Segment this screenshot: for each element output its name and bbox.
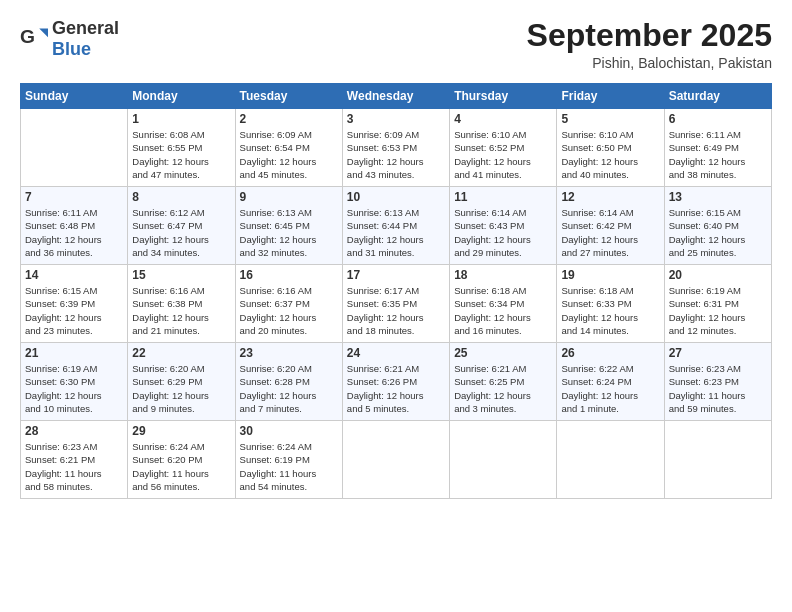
cell-w3-d2: 16Sunrise: 6:16 AM Sunset: 6:37 PM Dayli…: [235, 265, 342, 343]
day-number: 10: [347, 190, 445, 204]
day-number: 20: [669, 268, 767, 282]
cell-w2-d3: 10Sunrise: 6:13 AM Sunset: 6:44 PM Dayli…: [342, 187, 449, 265]
day-info: Sunrise: 6:14 AM Sunset: 6:42 PM Dayligh…: [561, 206, 659, 259]
day-number: 7: [25, 190, 123, 204]
col-header-tuesday: Tuesday: [235, 84, 342, 109]
week-row-1: 1Sunrise: 6:08 AM Sunset: 6:55 PM Daylig…: [21, 109, 772, 187]
svg-text:G: G: [20, 26, 35, 47]
cell-w2-d6: 13Sunrise: 6:15 AM Sunset: 6:40 PM Dayli…: [664, 187, 771, 265]
col-header-monday: Monday: [128, 84, 235, 109]
cell-w5-d4: [450, 421, 557, 499]
day-info: Sunrise: 6:20 AM Sunset: 6:28 PM Dayligh…: [240, 362, 338, 415]
day-number: 27: [669, 346, 767, 360]
col-header-sunday: Sunday: [21, 84, 128, 109]
cell-w4-d0: 21Sunrise: 6:19 AM Sunset: 6:30 PM Dayli…: [21, 343, 128, 421]
page: G General Blue September 2025 Pishin, Ba…: [0, 0, 792, 612]
day-number: 28: [25, 424, 123, 438]
day-number: 5: [561, 112, 659, 126]
day-info: Sunrise: 6:09 AM Sunset: 6:53 PM Dayligh…: [347, 128, 445, 181]
day-number: 1: [132, 112, 230, 126]
header-row: SundayMondayTuesdayWednesdayThursdayFrid…: [21, 84, 772, 109]
day-number: 4: [454, 112, 552, 126]
cell-w5-d1: 29Sunrise: 6:24 AM Sunset: 6:20 PM Dayli…: [128, 421, 235, 499]
cell-w3-d5: 19Sunrise: 6:18 AM Sunset: 6:33 PM Dayli…: [557, 265, 664, 343]
day-info: Sunrise: 6:21 AM Sunset: 6:26 PM Dayligh…: [347, 362, 445, 415]
day-info: Sunrise: 6:20 AM Sunset: 6:29 PM Dayligh…: [132, 362, 230, 415]
day-info: Sunrise: 6:10 AM Sunset: 6:52 PM Dayligh…: [454, 128, 552, 181]
logo-text-blue: Blue: [52, 39, 91, 59]
day-info: Sunrise: 6:19 AM Sunset: 6:30 PM Dayligh…: [25, 362, 123, 415]
logo: G General Blue: [20, 18, 119, 60]
day-info: Sunrise: 6:18 AM Sunset: 6:34 PM Dayligh…: [454, 284, 552, 337]
day-number: 9: [240, 190, 338, 204]
cell-w5-d6: [664, 421, 771, 499]
header: G General Blue September 2025 Pishin, Ba…: [20, 18, 772, 71]
logo-icon: G: [20, 25, 48, 53]
day-number: 21: [25, 346, 123, 360]
week-row-3: 14Sunrise: 6:15 AM Sunset: 6:39 PM Dayli…: [21, 265, 772, 343]
day-info: Sunrise: 6:22 AM Sunset: 6:24 PM Dayligh…: [561, 362, 659, 415]
cell-w3-d3: 17Sunrise: 6:17 AM Sunset: 6:35 PM Dayli…: [342, 265, 449, 343]
day-info: Sunrise: 6:14 AM Sunset: 6:43 PM Dayligh…: [454, 206, 552, 259]
day-info: Sunrise: 6:24 AM Sunset: 6:20 PM Dayligh…: [132, 440, 230, 493]
day-info: Sunrise: 6:18 AM Sunset: 6:33 PM Dayligh…: [561, 284, 659, 337]
day-number: 17: [347, 268, 445, 282]
day-info: Sunrise: 6:15 AM Sunset: 6:40 PM Dayligh…: [669, 206, 767, 259]
day-number: 6: [669, 112, 767, 126]
day-info: Sunrise: 6:10 AM Sunset: 6:50 PM Dayligh…: [561, 128, 659, 181]
day-number: 19: [561, 268, 659, 282]
day-info: Sunrise: 6:13 AM Sunset: 6:45 PM Dayligh…: [240, 206, 338, 259]
cell-w4-d4: 25Sunrise: 6:21 AM Sunset: 6:25 PM Dayli…: [450, 343, 557, 421]
day-info: Sunrise: 6:09 AM Sunset: 6:54 PM Dayligh…: [240, 128, 338, 181]
cell-w1-d4: 4Sunrise: 6:10 AM Sunset: 6:52 PM Daylig…: [450, 109, 557, 187]
cell-w1-d0: [21, 109, 128, 187]
cell-w1-d5: 5Sunrise: 6:10 AM Sunset: 6:50 PM Daylig…: [557, 109, 664, 187]
day-info: Sunrise: 6:23 AM Sunset: 6:23 PM Dayligh…: [669, 362, 767, 415]
day-number: 29: [132, 424, 230, 438]
cell-w4-d1: 22Sunrise: 6:20 AM Sunset: 6:29 PM Dayli…: [128, 343, 235, 421]
day-number: 14: [25, 268, 123, 282]
col-header-friday: Friday: [557, 84, 664, 109]
day-number: 11: [454, 190, 552, 204]
location: Pishin, Balochistan, Pakistan: [527, 55, 772, 71]
cell-w1-d6: 6Sunrise: 6:11 AM Sunset: 6:49 PM Daylig…: [664, 109, 771, 187]
day-info: Sunrise: 6:11 AM Sunset: 6:49 PM Dayligh…: [669, 128, 767, 181]
day-info: Sunrise: 6:21 AM Sunset: 6:25 PM Dayligh…: [454, 362, 552, 415]
day-info: Sunrise: 6:15 AM Sunset: 6:39 PM Dayligh…: [25, 284, 123, 337]
col-header-saturday: Saturday: [664, 84, 771, 109]
day-number: 30: [240, 424, 338, 438]
day-info: Sunrise: 6:13 AM Sunset: 6:44 PM Dayligh…: [347, 206, 445, 259]
cell-w5-d2: 30Sunrise: 6:24 AM Sunset: 6:19 PM Dayli…: [235, 421, 342, 499]
week-row-2: 7Sunrise: 6:11 AM Sunset: 6:48 PM Daylig…: [21, 187, 772, 265]
cell-w2-d5: 12Sunrise: 6:14 AM Sunset: 6:42 PM Dayli…: [557, 187, 664, 265]
day-number: 2: [240, 112, 338, 126]
cell-w2-d1: 8Sunrise: 6:12 AM Sunset: 6:47 PM Daylig…: [128, 187, 235, 265]
day-info: Sunrise: 6:24 AM Sunset: 6:19 PM Dayligh…: [240, 440, 338, 493]
month-title: September 2025: [527, 18, 772, 53]
col-header-thursday: Thursday: [450, 84, 557, 109]
day-number: 23: [240, 346, 338, 360]
day-number: 15: [132, 268, 230, 282]
day-number: 22: [132, 346, 230, 360]
cell-w2-d0: 7Sunrise: 6:11 AM Sunset: 6:48 PM Daylig…: [21, 187, 128, 265]
day-info: Sunrise: 6:12 AM Sunset: 6:47 PM Dayligh…: [132, 206, 230, 259]
cell-w3-d6: 20Sunrise: 6:19 AM Sunset: 6:31 PM Dayli…: [664, 265, 771, 343]
day-info: Sunrise: 6:16 AM Sunset: 6:37 PM Dayligh…: [240, 284, 338, 337]
cell-w1-d3: 3Sunrise: 6:09 AM Sunset: 6:53 PM Daylig…: [342, 109, 449, 187]
title-block: September 2025 Pishin, Balochistan, Paki…: [527, 18, 772, 71]
day-number: 13: [669, 190, 767, 204]
day-number: 26: [561, 346, 659, 360]
calendar-table: SundayMondayTuesdayWednesdayThursdayFrid…: [20, 83, 772, 499]
day-info: Sunrise: 6:08 AM Sunset: 6:55 PM Dayligh…: [132, 128, 230, 181]
day-number: 24: [347, 346, 445, 360]
cell-w1-d2: 2Sunrise: 6:09 AM Sunset: 6:54 PM Daylig…: [235, 109, 342, 187]
cell-w3-d0: 14Sunrise: 6:15 AM Sunset: 6:39 PM Dayli…: [21, 265, 128, 343]
cell-w4-d6: 27Sunrise: 6:23 AM Sunset: 6:23 PM Dayli…: [664, 343, 771, 421]
day-info: Sunrise: 6:23 AM Sunset: 6:21 PM Dayligh…: [25, 440, 123, 493]
day-number: 12: [561, 190, 659, 204]
day-info: Sunrise: 6:11 AM Sunset: 6:48 PM Dayligh…: [25, 206, 123, 259]
cell-w4-d3: 24Sunrise: 6:21 AM Sunset: 6:26 PM Dayli…: [342, 343, 449, 421]
cell-w5-d5: [557, 421, 664, 499]
cell-w1-d1: 1Sunrise: 6:08 AM Sunset: 6:55 PM Daylig…: [128, 109, 235, 187]
cell-w2-d4: 11Sunrise: 6:14 AM Sunset: 6:43 PM Dayli…: [450, 187, 557, 265]
